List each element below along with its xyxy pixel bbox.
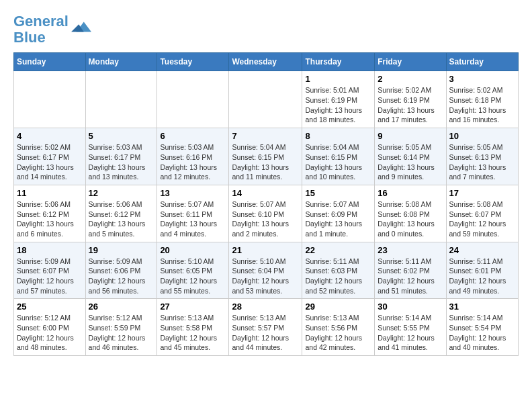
day-info: Sunrise: 5:12 AMSunset: 6:00 PMDaylight:…: [17, 313, 83, 353]
day-info: Sunrise: 5:09 AMSunset: 6:06 PMDaylight:…: [89, 257, 154, 296]
day-cell: 3Sunrise: 5:02 AMSunset: 6:18 PMDaylight…: [446, 71, 518, 128]
day-number: 13: [160, 188, 226, 198]
day-info: Sunrise: 5:13 AMSunset: 5:56 PMDaylight:…: [305, 313, 371, 353]
day-number: 6: [160, 131, 226, 141]
day-number: 2: [378, 74, 443, 84]
weekday-header-tuesday: Tuesday: [157, 53, 229, 71]
day-info: Sunrise: 5:07 AMSunset: 6:09 PMDaylight:…: [305, 199, 371, 239]
day-cell: 19Sunrise: 5:09 AMSunset: 6:06 PMDayligh…: [85, 242, 157, 299]
day-info: Sunrise: 5:09 AMSunset: 6:07 PMDaylight:…: [17, 257, 83, 296]
day-cell: 28Sunrise: 5:13 AMSunset: 5:57 PMDayligh…: [229, 299, 302, 356]
day-info: Sunrise: 5:07 AMSunset: 6:11 PMDaylight:…: [160, 199, 226, 239]
day-number: 17: [449, 188, 515, 198]
day-number: 4: [17, 131, 83, 141]
day-cell: 15Sunrise: 5:07 AMSunset: 6:09 PMDayligh…: [302, 185, 375, 242]
day-number: 22: [305, 245, 371, 255]
day-cell: 13Sunrise: 5:07 AMSunset: 6:11 PMDayligh…: [157, 185, 229, 242]
weekday-header-saturday: Saturday: [446, 53, 518, 71]
day-number: 26: [89, 302, 154, 312]
day-number: 1: [305, 74, 371, 84]
day-number: 28: [232, 302, 299, 312]
day-info: Sunrise: 5:02 AMSunset: 6:17 PMDaylight:…: [17, 142, 83, 182]
weekday-header-monday: Monday: [85, 53, 157, 71]
day-number: 24: [449, 245, 515, 255]
week-row-2: 4Sunrise: 5:02 AMSunset: 6:17 PMDaylight…: [14, 128, 519, 185]
day-number: 9: [378, 131, 443, 141]
day-cell: 20Sunrise: 5:10 AMSunset: 6:05 PMDayligh…: [157, 242, 229, 299]
day-cell: 24Sunrise: 5:11 AMSunset: 6:01 PMDayligh…: [446, 242, 518, 299]
day-cell: 1Sunrise: 5:01 AMSunset: 6:19 PMDaylight…: [302, 71, 375, 128]
logo: GeneralBlue: [13, 13, 91, 46]
week-row-4: 18Sunrise: 5:09 AMSunset: 6:07 PMDayligh…: [14, 242, 519, 299]
week-row-3: 11Sunrise: 5:06 AMSunset: 6:12 PMDayligh…: [14, 185, 519, 242]
week-row-5: 25Sunrise: 5:12 AMSunset: 6:00 PMDayligh…: [14, 299, 519, 356]
day-number: 7: [232, 131, 299, 141]
day-info: Sunrise: 5:11 AMSunset: 6:03 PMDaylight:…: [305, 257, 371, 296]
week-row-1: 1Sunrise: 5:01 AMSunset: 6:19 PMDaylight…: [14, 71, 519, 128]
weekday-header-row: SundayMondayTuesdayWednesdayThursdayFrid…: [14, 53, 519, 71]
page-header: GeneralBlue: [13, 13, 519, 46]
weekday-header-wednesday: Wednesday: [229, 53, 302, 71]
day-cell: 22Sunrise: 5:11 AMSunset: 6:03 PMDayligh…: [302, 242, 375, 299]
day-cell: 17Sunrise: 5:08 AMSunset: 6:07 PMDayligh…: [446, 185, 518, 242]
day-number: 8: [305, 131, 371, 141]
day-number: 11: [17, 188, 83, 198]
day-cell: [14, 71, 86, 128]
day-info: Sunrise: 5:04 AMSunset: 6:15 PMDaylight:…: [232, 142, 299, 182]
day-info: Sunrise: 5:05 AMSunset: 6:14 PMDaylight:…: [378, 142, 443, 182]
day-info: Sunrise: 5:10 AMSunset: 6:05 PMDaylight:…: [160, 257, 226, 296]
day-info: Sunrise: 5:02 AMSunset: 6:18 PMDaylight:…: [449, 85, 515, 125]
day-number: 16: [378, 188, 443, 198]
day-cell: [229, 71, 302, 128]
day-cell: 9Sunrise: 5:05 AMSunset: 6:14 PMDaylight…: [375, 128, 446, 185]
day-number: 30: [378, 302, 443, 312]
weekday-header-friday: Friday: [375, 53, 446, 71]
day-info: Sunrise: 5:14 AMSunset: 5:55 PMDaylight:…: [378, 313, 443, 353]
weekday-header-thursday: Thursday: [302, 53, 375, 71]
day-number: 18: [17, 245, 83, 255]
day-info: Sunrise: 5:11 AMSunset: 6:02 PMDaylight:…: [378, 257, 443, 296]
day-cell: 5Sunrise: 5:03 AMSunset: 6:17 PMDaylight…: [85, 128, 157, 185]
day-cell: 6Sunrise: 5:03 AMSunset: 6:16 PMDaylight…: [157, 128, 229, 185]
calendar-table: SundayMondayTuesdayWednesdayThursdayFrid…: [13, 52, 519, 356]
day-number: 29: [305, 302, 371, 312]
day-cell: 14Sunrise: 5:07 AMSunset: 6:10 PMDayligh…: [229, 185, 302, 242]
day-cell: 2Sunrise: 5:02 AMSunset: 6:19 PMDaylight…: [375, 71, 446, 128]
day-cell: 7Sunrise: 5:04 AMSunset: 6:15 PMDaylight…: [229, 128, 302, 185]
day-number: 15: [305, 188, 371, 198]
day-cell: 25Sunrise: 5:12 AMSunset: 6:00 PMDayligh…: [14, 299, 86, 356]
day-number: 3: [449, 74, 515, 84]
day-number: 25: [17, 302, 83, 312]
day-cell: 11Sunrise: 5:06 AMSunset: 6:12 PMDayligh…: [14, 185, 86, 242]
day-number: 19: [89, 245, 154, 255]
day-info: Sunrise: 5:05 AMSunset: 6:13 PMDaylight:…: [449, 142, 515, 182]
day-number: 10: [449, 131, 515, 141]
day-cell: 16Sunrise: 5:08 AMSunset: 6:08 PMDayligh…: [375, 185, 446, 242]
day-cell: [157, 71, 229, 128]
day-number: 31: [449, 302, 515, 312]
day-cell: 10Sunrise: 5:05 AMSunset: 6:13 PMDayligh…: [446, 128, 518, 185]
logo-text: GeneralBlue: [13, 13, 69, 46]
day-cell: 18Sunrise: 5:09 AMSunset: 6:07 PMDayligh…: [14, 242, 86, 299]
day-info: Sunrise: 5:03 AMSunset: 6:16 PMDaylight:…: [160, 142, 226, 182]
day-number: 20: [160, 245, 226, 255]
day-info: Sunrise: 5:08 AMSunset: 6:07 PMDaylight:…: [449, 199, 515, 239]
day-number: 23: [378, 245, 443, 255]
day-info: Sunrise: 5:14 AMSunset: 5:54 PMDaylight:…: [449, 313, 515, 353]
day-cell: 21Sunrise: 5:10 AMSunset: 6:04 PMDayligh…: [229, 242, 302, 299]
day-info: Sunrise: 5:03 AMSunset: 6:17 PMDaylight:…: [89, 142, 154, 182]
day-cell: 12Sunrise: 5:06 AMSunset: 6:12 PMDayligh…: [85, 185, 157, 242]
day-cell: 4Sunrise: 5:02 AMSunset: 6:17 PMDaylight…: [14, 128, 86, 185]
day-info: Sunrise: 5:10 AMSunset: 6:04 PMDaylight:…: [232, 257, 299, 296]
day-info: Sunrise: 5:08 AMSunset: 6:08 PMDaylight:…: [378, 199, 443, 239]
day-info: Sunrise: 5:04 AMSunset: 6:15 PMDaylight:…: [305, 142, 371, 182]
day-cell: 27Sunrise: 5:13 AMSunset: 5:58 PMDayligh…: [157, 299, 229, 356]
day-cell: 31Sunrise: 5:14 AMSunset: 5:54 PMDayligh…: [446, 299, 518, 356]
day-number: 5: [89, 131, 154, 141]
weekday-header-sunday: Sunday: [14, 53, 86, 71]
logo-icon: [71, 17, 91, 37]
day-info: Sunrise: 5:07 AMSunset: 6:10 PMDaylight:…: [232, 199, 299, 239]
day-cell: [85, 71, 157, 128]
day-info: Sunrise: 5:06 AMSunset: 6:12 PMDaylight:…: [17, 199, 83, 239]
day-number: 12: [89, 188, 154, 198]
